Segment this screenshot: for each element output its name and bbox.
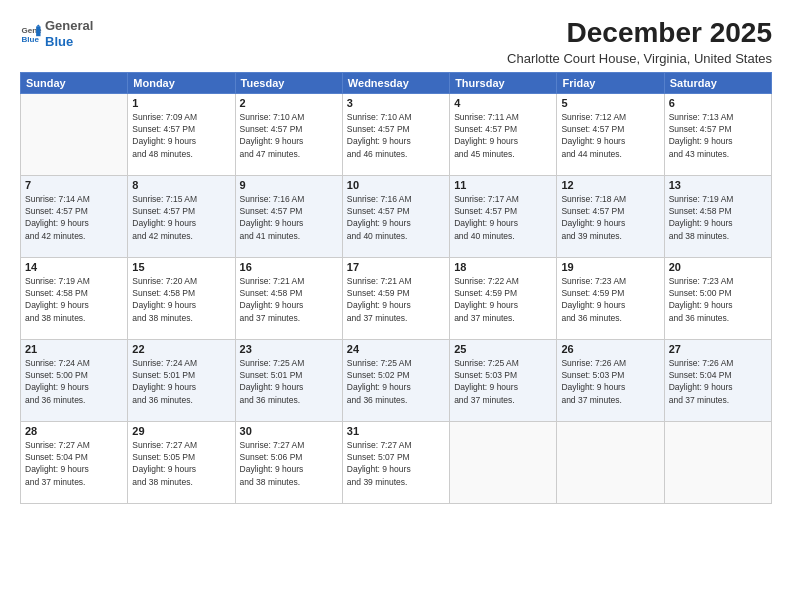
day-number: 6 — [669, 97, 767, 109]
day-info: Sunrise: 7:20 AM Sunset: 4:58 PM Dayligh… — [132, 275, 230, 324]
calendar-cell: 26Sunrise: 7:26 AM Sunset: 5:03 PM Dayli… — [557, 339, 664, 421]
weekday-header-friday: Friday — [557, 72, 664, 93]
logo-blue: Blue — [45, 34, 73, 49]
calendar-cell: 30Sunrise: 7:27 AM Sunset: 5:06 PM Dayli… — [235, 421, 342, 503]
day-info: Sunrise: 7:24 AM Sunset: 5:01 PM Dayligh… — [132, 357, 230, 406]
day-number: 7 — [25, 179, 123, 191]
week-row-3: 14Sunrise: 7:19 AM Sunset: 4:58 PM Dayli… — [21, 257, 772, 339]
day-info: Sunrise: 7:24 AM Sunset: 5:00 PM Dayligh… — [25, 357, 123, 406]
calendar-cell — [557, 421, 664, 503]
day-number: 26 — [561, 343, 659, 355]
day-number: 16 — [240, 261, 338, 273]
calendar-cell: 25Sunrise: 7:25 AM Sunset: 5:03 PM Dayli… — [450, 339, 557, 421]
calendar-cell: 3Sunrise: 7:10 AM Sunset: 4:57 PM Daylig… — [342, 93, 449, 175]
day-info: Sunrise: 7:10 AM Sunset: 4:57 PM Dayligh… — [347, 111, 445, 160]
calendar-cell — [450, 421, 557, 503]
day-number: 31 — [347, 425, 445, 437]
day-number: 8 — [132, 179, 230, 191]
day-number: 28 — [25, 425, 123, 437]
svg-text:Blue: Blue — [21, 35, 39, 44]
day-number: 22 — [132, 343, 230, 355]
day-number: 12 — [561, 179, 659, 191]
day-info: Sunrise: 7:17 AM Sunset: 4:57 PM Dayligh… — [454, 193, 552, 242]
day-info: Sunrise: 7:25 AM Sunset: 5:03 PM Dayligh… — [454, 357, 552, 406]
logo-general: General — [45, 18, 93, 33]
calendar-cell: 16Sunrise: 7:21 AM Sunset: 4:58 PM Dayli… — [235, 257, 342, 339]
day-info: Sunrise: 7:23 AM Sunset: 5:00 PM Dayligh… — [669, 275, 767, 324]
day-info: Sunrise: 7:19 AM Sunset: 4:58 PM Dayligh… — [25, 275, 123, 324]
day-number: 19 — [561, 261, 659, 273]
svg-marker-2 — [36, 26, 40, 36]
day-info: Sunrise: 7:15 AM Sunset: 4:57 PM Dayligh… — [132, 193, 230, 242]
calendar-cell: 14Sunrise: 7:19 AM Sunset: 4:58 PM Dayli… — [21, 257, 128, 339]
day-info: Sunrise: 7:11 AM Sunset: 4:57 PM Dayligh… — [454, 111, 552, 160]
day-number: 24 — [347, 343, 445, 355]
calendar-cell: 11Sunrise: 7:17 AM Sunset: 4:57 PM Dayli… — [450, 175, 557, 257]
day-number: 14 — [25, 261, 123, 273]
day-info: Sunrise: 7:21 AM Sunset: 4:58 PM Dayligh… — [240, 275, 338, 324]
week-row-2: 7Sunrise: 7:14 AM Sunset: 4:57 PM Daylig… — [21, 175, 772, 257]
day-info: Sunrise: 7:26 AM Sunset: 5:03 PM Dayligh… — [561, 357, 659, 406]
day-number: 15 — [132, 261, 230, 273]
day-number: 9 — [240, 179, 338, 191]
day-number: 10 — [347, 179, 445, 191]
calendar-cell: 20Sunrise: 7:23 AM Sunset: 5:00 PM Dayli… — [664, 257, 771, 339]
weekday-header-row: SundayMondayTuesdayWednesdayThursdayFrid… — [21, 72, 772, 93]
calendar-cell: 8Sunrise: 7:15 AM Sunset: 4:57 PM Daylig… — [128, 175, 235, 257]
day-info: Sunrise: 7:12 AM Sunset: 4:57 PM Dayligh… — [561, 111, 659, 160]
calendar-cell: 10Sunrise: 7:16 AM Sunset: 4:57 PM Dayli… — [342, 175, 449, 257]
logo-wordmark: General Blue — [45, 18, 93, 49]
day-info: Sunrise: 7:19 AM Sunset: 4:58 PM Dayligh… — [669, 193, 767, 242]
calendar-cell: 5Sunrise: 7:12 AM Sunset: 4:57 PM Daylig… — [557, 93, 664, 175]
calendar-cell: 31Sunrise: 7:27 AM Sunset: 5:07 PM Dayli… — [342, 421, 449, 503]
day-number: 3 — [347, 97, 445, 109]
calendar-cell: 12Sunrise: 7:18 AM Sunset: 4:57 PM Dayli… — [557, 175, 664, 257]
calendar-cell: 15Sunrise: 7:20 AM Sunset: 4:58 PM Dayli… — [128, 257, 235, 339]
day-info: Sunrise: 7:22 AM Sunset: 4:59 PM Dayligh… — [454, 275, 552, 324]
calendar-cell — [21, 93, 128, 175]
calendar-cell: 13Sunrise: 7:19 AM Sunset: 4:58 PM Dayli… — [664, 175, 771, 257]
day-info: Sunrise: 7:13 AM Sunset: 4:57 PM Dayligh… — [669, 111, 767, 160]
day-number: 20 — [669, 261, 767, 273]
calendar-page: General Blue General Blue December 2025 … — [0, 0, 792, 612]
day-number: 29 — [132, 425, 230, 437]
calendar-cell: 27Sunrise: 7:26 AM Sunset: 5:04 PM Dayli… — [664, 339, 771, 421]
day-info: Sunrise: 7:21 AM Sunset: 4:59 PM Dayligh… — [347, 275, 445, 324]
calendar-cell: 29Sunrise: 7:27 AM Sunset: 5:05 PM Dayli… — [128, 421, 235, 503]
weekday-header-monday: Monday — [128, 72, 235, 93]
day-info: Sunrise: 7:27 AM Sunset: 5:04 PM Dayligh… — [25, 439, 123, 488]
calendar-cell: 17Sunrise: 7:21 AM Sunset: 4:59 PM Dayli… — [342, 257, 449, 339]
day-number: 21 — [25, 343, 123, 355]
day-info: Sunrise: 7:23 AM Sunset: 4:59 PM Dayligh… — [561, 275, 659, 324]
day-info: Sunrise: 7:18 AM Sunset: 4:57 PM Dayligh… — [561, 193, 659, 242]
calendar-cell: 19Sunrise: 7:23 AM Sunset: 4:59 PM Dayli… — [557, 257, 664, 339]
day-info: Sunrise: 7:27 AM Sunset: 5:05 PM Dayligh… — [132, 439, 230, 488]
calendar-cell — [664, 421, 771, 503]
title-area: December 2025 Charlotte Court House, Vir… — [507, 18, 772, 66]
location-title: Charlotte Court House, Virginia, United … — [507, 51, 772, 66]
calendar-cell: 22Sunrise: 7:24 AM Sunset: 5:01 PM Dayli… — [128, 339, 235, 421]
day-number: 27 — [669, 343, 767, 355]
header: General Blue General Blue December 2025 … — [20, 18, 772, 66]
day-number: 4 — [454, 97, 552, 109]
weekday-header-thursday: Thursday — [450, 72, 557, 93]
day-info: Sunrise: 7:25 AM Sunset: 5:02 PM Dayligh… — [347, 357, 445, 406]
calendar-cell: 23Sunrise: 7:25 AM Sunset: 5:01 PM Dayli… — [235, 339, 342, 421]
logo-icon: General Blue — [20, 23, 42, 45]
day-number: 11 — [454, 179, 552, 191]
day-number: 2 — [240, 97, 338, 109]
day-info: Sunrise: 7:10 AM Sunset: 4:57 PM Dayligh… — [240, 111, 338, 160]
week-row-4: 21Sunrise: 7:24 AM Sunset: 5:00 PM Dayli… — [21, 339, 772, 421]
day-info: Sunrise: 7:09 AM Sunset: 4:57 PM Dayligh… — [132, 111, 230, 160]
calendar-cell: 9Sunrise: 7:16 AM Sunset: 4:57 PM Daylig… — [235, 175, 342, 257]
weekday-header-sunday: Sunday — [21, 72, 128, 93]
day-info: Sunrise: 7:14 AM Sunset: 4:57 PM Dayligh… — [25, 193, 123, 242]
day-info: Sunrise: 7:16 AM Sunset: 4:57 PM Dayligh… — [347, 193, 445, 242]
calendar-cell: 18Sunrise: 7:22 AM Sunset: 4:59 PM Dayli… — [450, 257, 557, 339]
day-number: 23 — [240, 343, 338, 355]
month-title: December 2025 — [507, 18, 772, 49]
calendar-cell: 7Sunrise: 7:14 AM Sunset: 4:57 PM Daylig… — [21, 175, 128, 257]
day-number: 5 — [561, 97, 659, 109]
weekday-header-tuesday: Tuesday — [235, 72, 342, 93]
day-number: 13 — [669, 179, 767, 191]
